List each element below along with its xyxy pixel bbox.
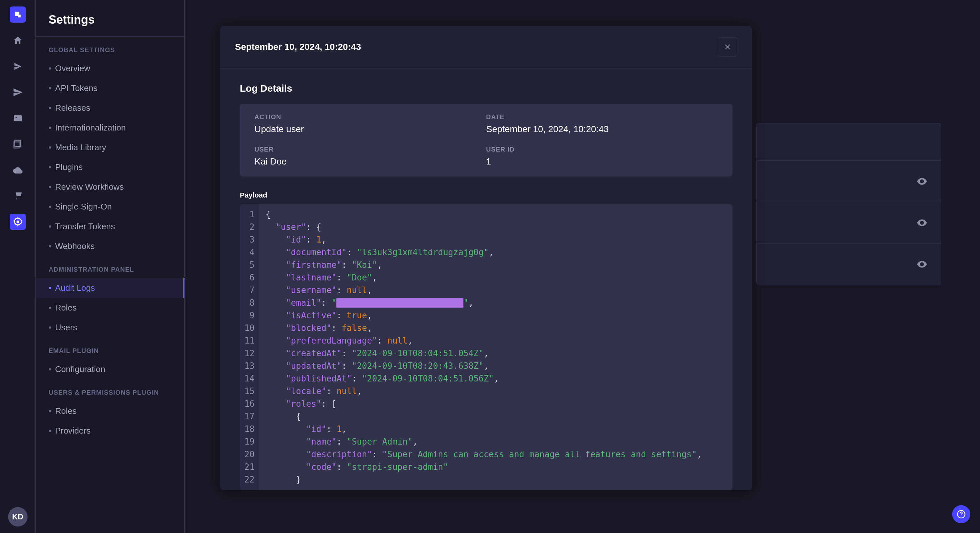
logo-icon [14,10,22,19]
eye-icon[interactable] [916,259,928,270]
detail-value: Update user [255,124,486,134]
avatar-initials: KD [12,512,23,521]
sidebar-item-perm-roles[interactable]: Roles [36,401,185,421]
sidebar-section-label: USERS & PERMISSIONS PLUGIN [36,389,185,397]
nav-content-icon[interactable] [10,58,26,75]
detail-user-id: USER ID 1 [486,146,718,167]
log-row[interactable] [757,202,941,244]
detail-label: DATE [486,113,718,121]
detail-action: ACTION Update user [255,113,486,134]
detail-label: USER [255,146,486,153]
nav-gear-icon[interactable] [10,214,26,230]
sidebar-item-users[interactable]: Users [36,318,185,338]
question-icon [957,510,966,519]
log-list-header [757,124,941,160]
detail-label: ACTION [255,113,486,121]
sidebar-item-media-library[interactable]: Media Library [36,138,185,157]
modal-body: Log Details ACTION Update user DATE Sept… [220,68,752,490]
sidebar-section-label: ADMINISTRATION PANEL [36,266,185,273]
code-gutter: 1 2 3 4 5 6 7 8 9 10 11 12 13 14 15 16 1… [240,204,259,490]
nav-cart-icon[interactable] [10,188,26,204]
icon-rail: KD [0,0,36,533]
modal-timestamp: September 10, 2024, 10:20:43 [235,42,361,52]
sidebar-section-label: GLOBAL SETTINGS [36,46,185,54]
log-row[interactable] [757,160,941,202]
sidebar-item-single-sign-on[interactable]: Single Sign-On [36,197,185,217]
modal-header: September 10, 2024, 10:20:43 [220,26,752,68]
detail-label: USER ID [486,146,718,153]
avatar[interactable]: KD [8,507,27,527]
eye-icon[interactable] [916,176,928,187]
detail-user: USER Kai Doe [255,146,486,167]
sidebar-item-api-tokens[interactable]: API Tokens [36,78,185,98]
log-row[interactable] [757,244,941,285]
log-detail-modal: September 10, 2024, 10:20:43 Log Details… [220,26,752,490]
svg-point-6 [16,220,19,223]
sidebar-item-review-workflows[interactable]: Review Workflows [36,177,185,197]
detail-value: 1 [486,156,718,167]
nav-home-icon[interactable] [10,32,26,49]
svg-rect-2 [14,115,22,121]
nav-paper-plane-icon[interactable] [10,84,26,100]
log-details-title: Log Details [240,83,732,94]
sidebar-item-releases[interactable]: Releases [36,98,185,118]
close-button[interactable] [718,37,737,57]
code-content: { "user": { "id": 1, "documentId": "ls3u… [259,204,708,490]
close-icon [723,43,732,51]
sidebar-item-roles[interactable]: Roles [36,298,185,318]
payload-label: Payload [240,191,732,200]
log-list-panel [756,123,941,285]
app-logo[interactable] [10,6,26,23]
svg-point-3 [15,117,16,118]
payload-code-block[interactable]: 1 2 3 4 5 6 7 8 9 10 11 12 13 14 15 16 1… [240,204,732,490]
help-button[interactable] [952,505,970,523]
eye-icon[interactable] [916,217,928,228]
sidebar-item-webhooks[interactable]: Webhooks [36,236,185,256]
sidebar-item-configuration[interactable]: Configuration [36,359,185,379]
detail-value: September 10, 2024, 10:20:43 [486,124,718,134]
settings-sidebar: Settings GLOBAL SETTINGS Overview API To… [36,0,185,533]
sidebar-item-audit-logs[interactable]: Audit Logs [36,278,185,298]
sidebar-title: Settings [36,13,185,36]
svg-rect-1 [18,14,21,17]
nav-image-icon[interactable] [10,110,26,126]
detail-date: DATE September 10, 2024, 10:20:43 [486,113,718,134]
sidebar-item-transfer-tokens[interactable]: Transfer Tokens [36,217,185,236]
nav-layers-icon[interactable] [10,136,26,152]
sidebar-item-overview[interactable]: Overview [36,59,185,78]
nav-cloud-icon[interactable] [10,162,26,178]
sidebar-section-label: EMAIL PLUGIN [36,347,185,355]
sidebar-item-providers[interactable]: Providers [36,421,185,441]
detail-value: Kai Doe [255,156,486,167]
sidebar-item-internationalization[interactable]: Internationalization [36,118,185,138]
details-grid: ACTION Update user DATE September 10, 20… [240,104,732,176]
sidebar-item-plugins[interactable]: Plugins [36,157,185,177]
